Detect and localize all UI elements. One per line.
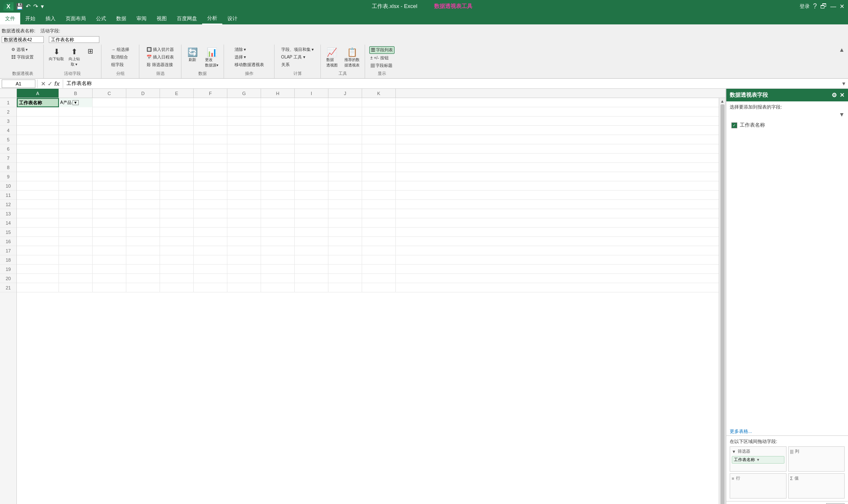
field-checkbox-worksheet[interactable]: ✓ bbox=[731, 122, 737, 128]
recommend-pivot-button[interactable]: 📋 推荐的数据透视表 bbox=[343, 46, 361, 69]
cell-F8[interactable] bbox=[194, 163, 227, 172]
cell-F13[interactable] bbox=[194, 209, 227, 218]
cell-G8[interactable] bbox=[227, 163, 261, 172]
cell-I21[interactable] bbox=[295, 283, 328, 292]
menu-item-insert[interactable]: 插入 bbox=[40, 13, 61, 24]
row-num-16[interactable]: 16 bbox=[0, 237, 16, 246]
cell-D21[interactable] bbox=[126, 283, 160, 292]
cell-C5[interactable] bbox=[93, 135, 126, 144]
cell-J14[interactable] bbox=[328, 218, 362, 228]
row-num-2[interactable]: 2 bbox=[0, 107, 16, 117]
cell-A14[interactable] bbox=[17, 218, 59, 228]
cell-K6[interactable] bbox=[362, 144, 396, 154]
cell-J20[interactable] bbox=[328, 274, 362, 283]
cell-H6[interactable] bbox=[261, 144, 295, 154]
olap-button[interactable]: OLAP 工具 ▾ bbox=[280, 54, 315, 61]
cell-G15[interactable] bbox=[227, 228, 261, 237]
cancel-formula-icon[interactable]: ✕ bbox=[41, 80, 46, 87]
cell-C19[interactable] bbox=[93, 265, 126, 274]
cell-C7[interactable] bbox=[93, 154, 126, 163]
cell-C13[interactable] bbox=[93, 209, 126, 218]
cell-G3[interactable] bbox=[227, 117, 261, 126]
cell-F20[interactable] bbox=[194, 274, 227, 283]
cell-G5[interactable] bbox=[227, 135, 261, 144]
cell-A9[interactable] bbox=[17, 172, 59, 181]
cell-G14[interactable] bbox=[227, 218, 261, 228]
cell-B21[interactable] bbox=[59, 283, 93, 292]
cell-I10[interactable] bbox=[295, 181, 328, 191]
row-num-5[interactable]: 5 bbox=[0, 135, 16, 144]
cell-I18[interactable] bbox=[295, 255, 328, 265]
menu-item-formulas[interactable]: 公式 bbox=[91, 13, 111, 24]
col-header-B[interactable]: B bbox=[59, 89, 93, 98]
cell-H11[interactable] bbox=[261, 191, 295, 200]
menu-item-data[interactable]: 数据 bbox=[111, 13, 131, 24]
row-num-8[interactable]: 8 bbox=[0, 163, 16, 172]
cell-D12[interactable] bbox=[126, 200, 160, 209]
cell-G12[interactable] bbox=[227, 200, 261, 209]
cell-B2[interactable] bbox=[59, 107, 93, 117]
cell-I7[interactable] bbox=[295, 154, 328, 163]
cell-B10[interactable] bbox=[59, 181, 93, 191]
group-field-button[interactable]: 组字段 bbox=[110, 61, 131, 68]
cell-A2[interactable] bbox=[17, 107, 59, 117]
cell-B18[interactable] bbox=[59, 255, 93, 265]
scroll-up-arrow[interactable]: ▲ bbox=[720, 99, 725, 103]
formula-input[interactable] bbox=[65, 80, 841, 88]
cell-H21[interactable] bbox=[261, 283, 295, 292]
cell-K13[interactable] bbox=[362, 209, 396, 218]
name-box[interactable] bbox=[2, 80, 35, 88]
cell-E1[interactable] bbox=[160, 98, 194, 107]
cell-H5[interactable] bbox=[261, 135, 295, 144]
cell-E13[interactable] bbox=[160, 209, 194, 218]
cell-B3[interactable] bbox=[59, 117, 93, 126]
cell-C17[interactable] bbox=[93, 246, 126, 255]
cell-E18[interactable] bbox=[160, 255, 194, 265]
cell-F12[interactable] bbox=[194, 200, 227, 209]
cell-H10[interactable] bbox=[261, 181, 295, 191]
cell-I14[interactable] bbox=[295, 218, 328, 228]
cell-H4[interactable] bbox=[261, 126, 295, 135]
row-num-11[interactable]: 11 bbox=[0, 191, 16, 200]
cell-H2[interactable] bbox=[261, 107, 295, 117]
cell-J13[interactable] bbox=[328, 209, 362, 218]
cell-B19[interactable] bbox=[59, 265, 93, 274]
cell-B5[interactable] bbox=[59, 135, 93, 144]
cell-C20[interactable] bbox=[93, 274, 126, 283]
menu-item-page-layout[interactable]: 页面布局 bbox=[61, 13, 91, 24]
customqat-button[interactable]: ▾ bbox=[40, 2, 45, 11]
row-num-12[interactable]: 12 bbox=[0, 200, 16, 209]
cell-F1[interactable] bbox=[194, 98, 227, 107]
col-header-E[interactable]: E bbox=[160, 89, 194, 98]
cell-K3[interactable] bbox=[362, 117, 396, 126]
scroll-thumb[interactable] bbox=[720, 104, 725, 504]
cell-H17[interactable] bbox=[261, 246, 295, 255]
cell-C16[interactable] bbox=[93, 237, 126, 246]
cell-J9[interactable] bbox=[328, 172, 362, 181]
cell-H16[interactable] bbox=[261, 237, 295, 246]
cell-K2[interactable] bbox=[362, 107, 396, 117]
row-num-6[interactable]: 6 bbox=[0, 144, 16, 154]
cell-A12[interactable] bbox=[17, 200, 59, 209]
pivot-filter-area[interactable]: ▼ 筛选器 工作表名称 ▼ bbox=[730, 446, 787, 472]
drill-up-button[interactable]: ⬆ 向上钻取 ▾ bbox=[67, 46, 82, 68]
row-num-17[interactable]: 17 bbox=[0, 246, 16, 255]
cell-J6[interactable] bbox=[328, 144, 362, 154]
cell-H7[interactable] bbox=[261, 154, 295, 163]
cell-A16[interactable] bbox=[17, 237, 59, 246]
cell-C18[interactable] bbox=[93, 255, 126, 265]
ribbon-collapse-button[interactable]: ▲ bbox=[839, 46, 845, 53]
cell-H1[interactable] bbox=[261, 98, 295, 107]
cell-J3[interactable] bbox=[328, 117, 362, 126]
cell-G1[interactable] bbox=[227, 98, 261, 107]
cell-K17[interactable] bbox=[362, 246, 396, 255]
corner-cell[interactable] bbox=[0, 89, 17, 98]
row-num-1[interactable]: 1 bbox=[0, 98, 16, 107]
cell-I20[interactable] bbox=[295, 274, 328, 283]
cell-D16[interactable] bbox=[126, 237, 160, 246]
redo-button[interactable]: ↷ bbox=[32, 2, 39, 11]
cell-F5[interactable] bbox=[194, 135, 227, 144]
cell-C2[interactable] bbox=[93, 107, 126, 117]
cell-G19[interactable] bbox=[227, 265, 261, 274]
select-button[interactable]: 选择 ▾ bbox=[233, 54, 265, 61]
